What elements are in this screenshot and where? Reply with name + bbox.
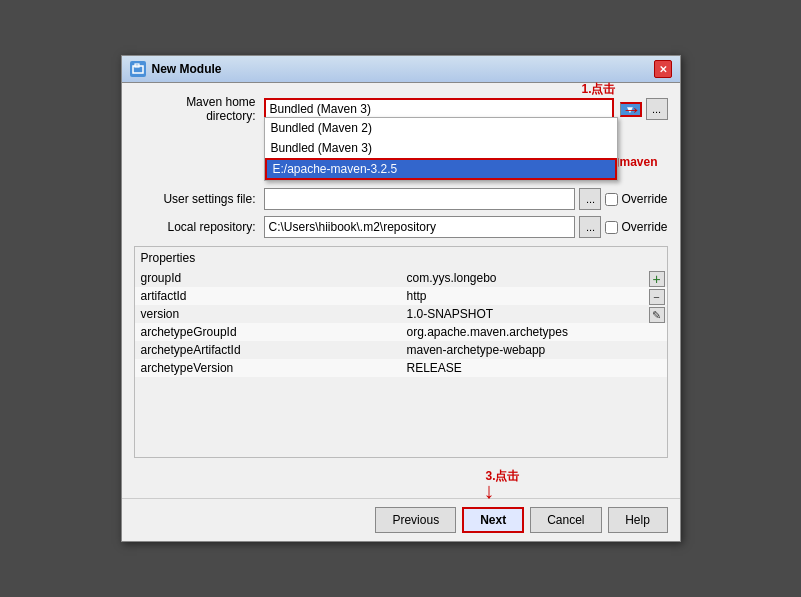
local-repo-label: Local repository: bbox=[134, 220, 264, 234]
prop-key-archgroupid: archetypeGroupId bbox=[135, 323, 401, 341]
annotation-step1: 1.点击 bbox=[581, 81, 615, 98]
user-settings-label: User settings file: bbox=[134, 192, 264, 206]
next-button[interactable]: Next bbox=[462, 507, 524, 533]
prop-val-groupid: com.yys.longebo bbox=[401, 269, 667, 287]
dropdown-item-maven2[interactable]: Bundled (Maven 2) bbox=[265, 118, 617, 138]
remove-property-btn[interactable]: − bbox=[649, 289, 665, 305]
main-content: Maven home directory: ▼ ... 1.点击 → Bundl… bbox=[122, 83, 680, 478]
prop-val-archartifactid: maven-archetype-webapp bbox=[401, 341, 667, 359]
table-row: archetypeVersion RELEASE bbox=[135, 359, 667, 377]
prop-key-artifactid: artifactId bbox=[135, 287, 401, 305]
maven-home-label: Maven home directory: bbox=[134, 95, 264, 123]
previous-button[interactable]: Previous bbox=[375, 507, 456, 533]
user-settings-input[interactable] bbox=[264, 188, 576, 210]
local-repo-browse-btn[interactable]: ... bbox=[579, 216, 601, 238]
override-label: Override bbox=[621, 192, 667, 206]
prop-key-archversion: archetypeVersion bbox=[135, 359, 401, 377]
user-settings-input-area: ... Override bbox=[264, 188, 668, 210]
prop-val-version: 1.0-SNAPSHOT bbox=[401, 305, 667, 323]
table-row: archetypeArtifactId maven-archetype-weba… bbox=[135, 341, 667, 359]
user-settings-row: User settings file: ... Override bbox=[134, 188, 668, 210]
annotation3-area: 3.点击 ↓ bbox=[122, 478, 680, 498]
override-checkbox[interactable] bbox=[605, 193, 618, 206]
maven-home-section: Maven home directory: ▼ ... 1.点击 → Bundl… bbox=[134, 95, 668, 123]
dropdown-item-local[interactable]: E:/apache-maven-3.2.5 bbox=[265, 158, 617, 180]
edit-property-btn[interactable]: ✎ bbox=[649, 307, 665, 323]
override-container: Override bbox=[605, 192, 667, 206]
arrow-right-icon: → bbox=[622, 99, 642, 119]
table-row: artifactId http bbox=[135, 287, 667, 305]
local-repo-input-area: ... Override bbox=[264, 216, 668, 238]
dropdown-menu: Bundled (Maven 2) Bundled (Maven 3) E:/a… bbox=[264, 117, 618, 181]
maven-home-browse-btn[interactable]: ... bbox=[646, 98, 668, 120]
close-button[interactable]: ✕ bbox=[654, 60, 672, 78]
prop-val-artifactid: http bbox=[401, 287, 667, 305]
local-repo-row: Local repository: ... Override bbox=[134, 216, 668, 238]
properties-content: groupId com.yys.longebo artifactId http … bbox=[135, 269, 667, 457]
prop-val-archgroupid: org.apache.maven.archetypes bbox=[401, 323, 667, 341]
local-override-checkbox[interactable] bbox=[605, 221, 618, 234]
footer: Previous Next Cancel Help bbox=[122, 498, 680, 541]
add-property-btn[interactable]: + bbox=[649, 271, 665, 287]
properties-wrapper: Properties groupId com.yys.longebo artif… bbox=[134, 246, 668, 458]
prop-key-groupid: groupId bbox=[135, 269, 401, 287]
table-row: archetypeGroupId org.apache.maven.archet… bbox=[135, 323, 667, 341]
window-title: New Module bbox=[152, 62, 222, 76]
table-row-empty bbox=[135, 377, 667, 457]
properties-header: Properties bbox=[135, 247, 667, 269]
prop-val-archversion: RELEASE bbox=[401, 359, 667, 377]
help-button[interactable]: Help bbox=[608, 507, 668, 533]
table-row: groupId com.yys.longebo bbox=[135, 269, 667, 287]
local-repo-input[interactable] bbox=[264, 216, 576, 238]
properties-section: Properties groupId com.yys.longebo artif… bbox=[134, 246, 668, 458]
user-settings-browse-btn[interactable]: ... bbox=[579, 188, 601, 210]
title-bar-left: New Module bbox=[130, 61, 222, 77]
arrow-down-icon: ↓ bbox=[484, 478, 495, 504]
prop-action-buttons: + − ✎ bbox=[647, 269, 667, 325]
prop-key-archartifactid: archetypeArtifactId bbox=[135, 341, 401, 359]
properties-table: groupId com.yys.longebo artifactId http … bbox=[135, 269, 667, 457]
title-bar: New Module ✕ bbox=[122, 56, 680, 83]
dropdown-item-maven3[interactable]: Bundled (Maven 3) bbox=[265, 138, 617, 158]
prop-key-version: version bbox=[135, 305, 401, 323]
cancel-button[interactable]: Cancel bbox=[530, 507, 601, 533]
window-icon bbox=[130, 61, 146, 77]
local-override-label: Override bbox=[621, 220, 667, 234]
local-override-container: Override bbox=[605, 220, 667, 234]
new-module-window: New Module ✕ Maven home directory: ▼ ...… bbox=[121, 55, 681, 542]
maven-home-input[interactable] bbox=[266, 100, 612, 118]
table-row: version 1.0-SNAPSHOT bbox=[135, 305, 667, 323]
